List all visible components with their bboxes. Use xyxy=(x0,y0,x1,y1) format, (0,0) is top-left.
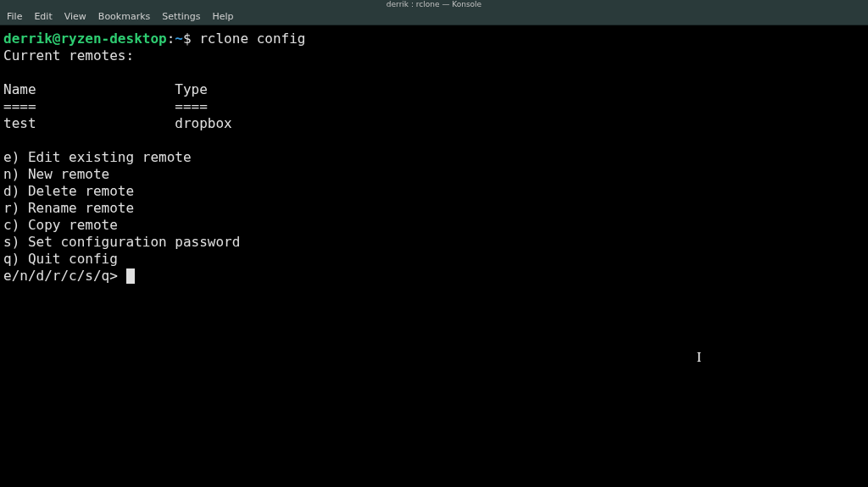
terminal-area[interactable]: derrik@ryzen-desktop:~$ rclone config Cu… xyxy=(0,25,868,290)
text-cursor xyxy=(126,268,135,284)
option-rename: r) Rename remote xyxy=(3,200,134,216)
column-header-name: Name xyxy=(3,81,36,97)
prompt-path: ~ xyxy=(175,30,183,47)
window-titlebar: derrik : rclone — Konsole xyxy=(0,0,868,8)
option-delete: d) Delete remote xyxy=(3,183,134,199)
menu-help[interactable]: Help xyxy=(212,11,233,22)
menu-bookmarks[interactable]: Bookmarks xyxy=(98,11,150,22)
remote-type: dropbox xyxy=(175,115,231,131)
prompt-separator: : xyxy=(167,30,175,47)
menu-settings[interactable]: Settings xyxy=(162,11,200,22)
option-new: n) New remote xyxy=(3,166,109,182)
prompt-symbol: $ xyxy=(183,30,192,47)
remote-name: test xyxy=(3,115,36,131)
menu-edit[interactable]: Edit xyxy=(34,11,52,22)
menu-file[interactable]: File xyxy=(7,11,22,22)
mouse-ibeam-cursor: I xyxy=(697,350,701,365)
menu-view[interactable]: View xyxy=(64,11,86,22)
column-rule-name: ==== xyxy=(3,98,36,114)
command-text: rclone config xyxy=(199,30,305,47)
prompt-user-host: derrik@ryzen-desktop xyxy=(3,30,167,47)
column-rule-type: ==== xyxy=(175,98,208,114)
menubar: File Edit View Bookmarks Settings Help xyxy=(0,8,868,25)
input-prompt: e/n/d/r/c/s/q> xyxy=(3,268,126,284)
option-set-password: s) Set configuration password xyxy=(3,234,240,250)
output-current-remotes: Current remotes: xyxy=(3,47,134,64)
window-title: derrik : rclone — Konsole xyxy=(387,0,481,8)
option-quit: q) Quit config xyxy=(3,251,118,267)
option-edit: e) Edit existing remote xyxy=(3,149,192,165)
option-copy: c) Copy remote xyxy=(3,217,118,233)
column-header-type: Type xyxy=(175,81,208,97)
